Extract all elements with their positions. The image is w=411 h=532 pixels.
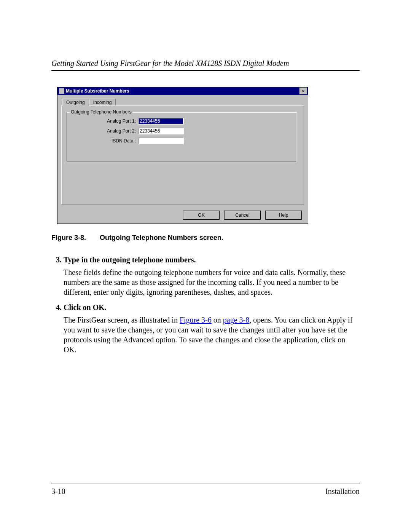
step-3-heading: Type in the outgoing telephone numbers. bbox=[64, 256, 360, 264]
tab-incoming[interactable]: Incoming bbox=[89, 99, 116, 106]
step-4-body: The FirstGear screen, as illustrated in … bbox=[64, 315, 360, 355]
step-list: Type in the outgoing telephone numbers. … bbox=[51, 256, 360, 355]
outgoing-numbers-group: Outgoing Telephone Numbers Analog Port 1… bbox=[66, 112, 297, 162]
figure-number: Figure 3-8. bbox=[51, 234, 86, 242]
figure-caption-text: Outgoing Telephone Numbers screen. bbox=[100, 234, 223, 242]
xref-figure-3-6[interactable]: Figure 3-6 bbox=[180, 316, 212, 324]
titlebar: Multiple Subsrciber Numbers × bbox=[57, 87, 308, 95]
dialog-window: Multiple Subsrciber Numbers × Outgoing I… bbox=[57, 87, 308, 224]
figure-caption: Figure 3-8. Outgoing Telephone Numbers s… bbox=[51, 234, 360, 242]
tab-bar: Outgoing Incoming bbox=[62, 98, 304, 106]
isdn-data-label: ISDN Data : bbox=[71, 138, 138, 144]
close-button[interactable]: × bbox=[299, 88, 307, 94]
page-footer: 3-10 Installation bbox=[51, 484, 360, 496]
window-title: Multiple Subsrciber Numbers bbox=[66, 88, 129, 94]
step-4-mid: on bbox=[212, 316, 223, 324]
analog-port-1-label: Analog Port 1: bbox=[71, 118, 138, 124]
step-4-pre: The FirstGear screen, as illustrated in bbox=[64, 316, 180, 324]
tab-pane-outgoing: Outgoing Telephone Numbers Analog Port 1… bbox=[61, 105, 304, 204]
help-button[interactable]: Help bbox=[265, 211, 302, 220]
cancel-button[interactable]: Cancel bbox=[224, 211, 261, 220]
dialog-button-row: OK Cancel Help bbox=[61, 211, 304, 220]
page-number: 3-10 bbox=[51, 487, 65, 496]
running-header-text: Getting Started Using FirstGear for the … bbox=[51, 59, 289, 67]
xref-page-3-8[interactable]: page 3-8 bbox=[223, 316, 249, 324]
screenshot-figure: Multiple Subsrciber Numbers × Outgoing I… bbox=[57, 87, 360, 224]
analog-port-2-label: Analog Port 2: bbox=[71, 128, 138, 134]
close-icon: × bbox=[302, 89, 304, 93]
tab-outgoing[interactable]: Outgoing bbox=[62, 99, 89, 106]
footer-section: Installation bbox=[325, 487, 360, 496]
step-4-heading: Click on OK. bbox=[64, 303, 360, 312]
step-3-body: These fields define the outgoing telepho… bbox=[64, 267, 360, 297]
step-4: Click on OK. The FirstGear screen, as il… bbox=[64, 303, 360, 355]
analog-port-1-input[interactable] bbox=[138, 118, 184, 125]
running-header: Getting Started Using FirstGear for the … bbox=[51, 59, 360, 71]
isdn-data-input[interactable] bbox=[138, 137, 184, 144]
ok-button[interactable]: OK bbox=[183, 211, 220, 220]
analog-port-2-input[interactable] bbox=[138, 128, 184, 134]
step-3: Type in the outgoing telephone numbers. … bbox=[64, 256, 360, 297]
app-icon bbox=[59, 88, 64, 94]
group-legend: Outgoing Telephone Numbers bbox=[70, 109, 132, 115]
